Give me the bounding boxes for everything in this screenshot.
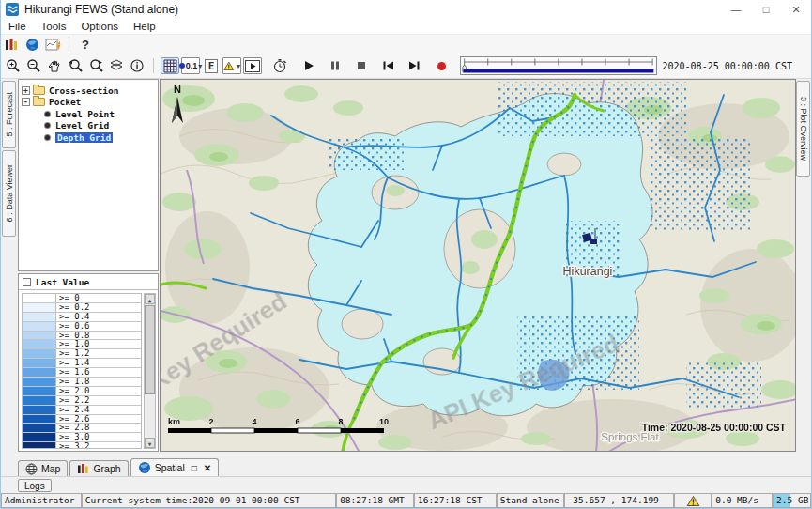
tab-forecast[interactable]: 5 : Forecast <box>2 81 16 148</box>
tree-expander[interactable]: + <box>22 86 30 95</box>
stop-button[interactable] <box>352 57 371 74</box>
tree-item[interactable]: Depth Grid <box>19 131 158 144</box>
step-back-button[interactable] <box>378 57 397 74</box>
last-value-label: Last Value <box>36 277 89 287</box>
legend-class-label: >= 2.0 <box>56 387 90 395</box>
legend-color-swatch <box>23 332 56 340</box>
main-toolbar: ? <box>1 35 811 54</box>
maximize-button[interactable]: □ <box>751 0 781 19</box>
scroll-up-icon[interactable]: ▲ <box>145 294 155 304</box>
current-time-label: 2020-08-25 00:00:00 CST <box>663 61 792 71</box>
tree-item[interactable]: Level Point <box>19 108 158 120</box>
application-window: Hikurangi FEWS (Stand alone) — □ ✕ FileT… <box>0 0 812 509</box>
classbreaks-dropdown[interactable]: 0.1 ▾ <box>181 57 200 74</box>
legend-class-label: >= 1.6 <box>56 368 90 377</box>
status-system-time: Current system time:2020-09-01 00:00 CST <box>82 493 336 508</box>
spatial-layers-tree[interactable]: + Cross-section - Pocket Level Point Lev… <box>18 79 159 271</box>
legend-color-swatch <box>23 313 56 321</box>
tab-graph[interactable]: Graph <box>69 460 128 476</box>
legend-color-swatch <box>23 368 56 377</box>
window-title: Hikurangi FEWS (Stand alone) <box>24 3 178 16</box>
legend-toggle-button[interactable]: E <box>202 57 221 74</box>
svg-text:10: 10 <box>379 417 389 426</box>
svg-text:8: 8 <box>338 417 343 426</box>
tree-item-icon <box>45 135 50 140</box>
step-forward-button[interactable] <box>405 57 423 74</box>
status-user: Administrator <box>1 493 82 508</box>
tree-item-label: Pocket <box>49 97 81 107</box>
tree-item-label: Level Grid <box>55 120 109 131</box>
zoom-in-button[interactable] <box>4 57 23 74</box>
legend-color-swatch <box>23 340 56 348</box>
legend-color-swatch <box>23 322 56 331</box>
close-button[interactable]: ✕ <box>781 0 811 19</box>
tab-data-viewer[interactable]: 6 : Data Viewer <box>2 150 16 237</box>
view-tabs: Map Graph Spatial □ ✕ <box>1 457 811 476</box>
zoom-previous-button[interactable] <box>66 57 84 74</box>
map-canvas[interactable]: API Key Required API Key Required Hikura… <box>160 79 796 452</box>
tab-plot-overview[interactable]: 3 : Plot Overview <box>796 81 810 177</box>
legend-class-label: >= 2.2 <box>56 396 90 405</box>
status-cst-time: 16:27:18 CST <box>414 493 497 508</box>
tree-item-label: Cross-section <box>49 85 118 96</box>
animation-dialog-button[interactable] <box>243 57 262 74</box>
menu-item[interactable]: Tools <box>34 21 74 32</box>
layers-button[interactable] <box>107 57 126 74</box>
legend-color-swatch <box>23 424 56 432</box>
globe-icon <box>138 461 151 474</box>
last-value-checkbox[interactable] <box>23 278 31 286</box>
town-label: Hikurangi <box>563 265 613 278</box>
menu-item[interactable]: Options <box>73 21 126 32</box>
tree-item[interactable]: + Cross-section <box>19 85 158 97</box>
status-warning[interactable] <box>674 493 712 508</box>
left-tab-strip: 5 : Forecast 6 : Data Viewer <box>1 79 17 451</box>
legend-color-swatch <box>23 442 56 449</box>
tab-spatial[interactable]: Spatial □ ✕ <box>130 458 220 476</box>
zoom-next-button[interactable] <box>86 57 105 74</box>
record-button[interactable] <box>433 57 452 74</box>
status-bar: Administrator Current system time:2020-0… <box>1 492 811 509</box>
legend-class-label: >= 3.2 <box>56 442 90 449</box>
timer-button[interactable] <box>270 57 289 74</box>
legend-class-label: >= 0.2 <box>56 303 90 312</box>
legend-scrollbar[interactable]: ▲ ▼ <box>144 293 156 449</box>
tab-close-icon[interactable]: ✕ <box>204 463 211 473</box>
pan-button[interactable] <box>45 57 64 74</box>
legend-color-swatch <box>23 396 56 405</box>
legend-class-label: >= 1.0 <box>56 340 90 348</box>
tree-item-icon <box>45 112 50 116</box>
status-gmt-time: 08:27:18 GMT <box>336 493 414 508</box>
tree-expander[interactable]: - <box>22 98 30 106</box>
legend-color-swatch <box>23 415 56 424</box>
database-display-button[interactable] <box>2 36 21 53</box>
scrollbar-thumb[interactable] <box>145 305 155 394</box>
tree-item-label: Depth Grid <box>55 132 113 143</box>
svg-text:2: 2 <box>208 417 213 426</box>
tree-item[interactable]: Level Grid <box>19 120 158 132</box>
legend-panel: Last Value >= 0 >= 0.2 >= 0.4 <box>18 273 159 452</box>
tab-maximize-icon[interactable]: □ <box>192 463 197 473</box>
menu-item[interactable]: File <box>1 21 34 32</box>
wire-globe-icon <box>25 463 38 475</box>
zoom-out-button[interactable] <box>24 57 43 74</box>
minimize-button[interactable]: — <box>721 0 751 19</box>
app-icon <box>6 3 19 16</box>
info-button[interactable] <box>128 57 146 74</box>
legend-class-label: >= 1.4 <box>56 359 90 367</box>
tab-logs[interactable]: Logs <box>18 479 52 492</box>
scroll-down-icon[interactable]: ▼ <box>145 438 155 448</box>
legend-color-swatch <box>23 303 56 312</box>
grid-overlay-toggle[interactable] <box>161 57 179 74</box>
status-transfer-rate: 0.0 MB/s <box>712 493 773 508</box>
longitudinal-profile-button[interactable] <box>43 36 62 53</box>
menu-item[interactable]: Help <box>126 21 163 32</box>
thresholds-dropdown[interactable]: ▾ <box>222 57 241 74</box>
pause-button[interactable] <box>326 57 345 74</box>
grid-display-globe-button[interactable] <box>23 36 41 53</box>
tree-item[interactable]: - Pocket <box>19 97 158 109</box>
time-slider[interactable] <box>460 56 657 75</box>
help-button[interactable]: ? <box>76 36 95 53</box>
tab-map[interactable]: Map <box>18 460 68 476</box>
play-button[interactable] <box>299 57 318 74</box>
legend-row: >= 3.2 <box>23 442 141 449</box>
